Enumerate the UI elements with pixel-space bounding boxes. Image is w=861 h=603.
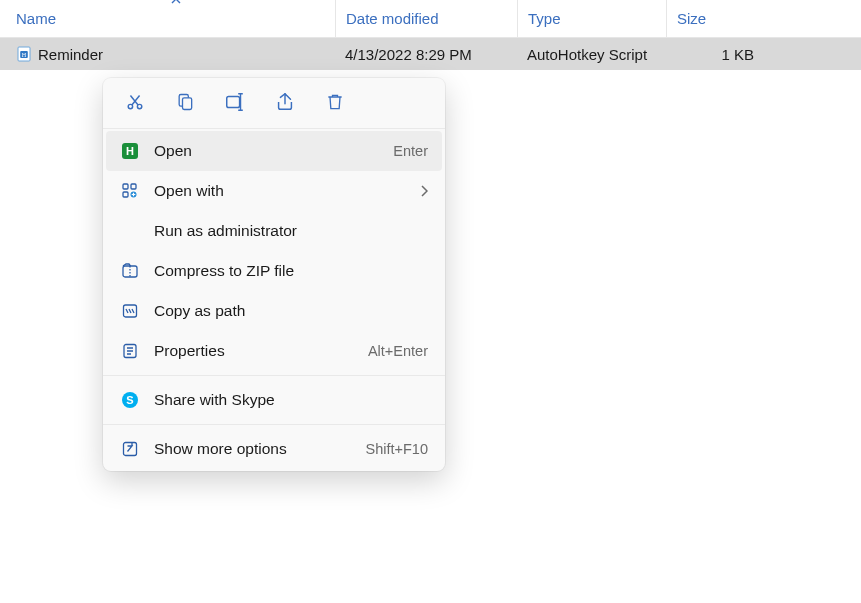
menu-item-copy-as-path[interactable]: Copy as path bbox=[106, 291, 442, 331]
menu-item-share-skype[interactable]: S Share with Skype bbox=[106, 380, 442, 420]
file-type: AutoHotkey Script bbox=[527, 46, 647, 63]
menu-item-compress-zip[interactable]: Compress to ZIP file bbox=[106, 251, 442, 291]
svg-rect-10 bbox=[123, 184, 128, 189]
file-type-icon: H bbox=[16, 46, 32, 62]
svg-text:H: H bbox=[22, 51, 27, 58]
menu-separator bbox=[103, 424, 445, 425]
context-menu: H Open Enter Open with bbox=[103, 78, 445, 471]
skype-icon: S bbox=[120, 390, 140, 410]
svg-rect-7 bbox=[227, 97, 240, 108]
more-icon bbox=[120, 439, 140, 459]
column-header-name[interactable]: Name bbox=[16, 0, 335, 37]
menu-label: Copy as path bbox=[154, 302, 428, 320]
cut-button[interactable] bbox=[121, 88, 149, 116]
cut-icon bbox=[124, 91, 146, 113]
menu-label: Open with bbox=[154, 182, 406, 200]
svg-rect-11 bbox=[131, 184, 136, 189]
menu-label: Properties bbox=[154, 342, 354, 360]
sort-ascending-icon bbox=[171, 0, 181, 4]
column-headers: Name Date modified Type Size bbox=[0, 0, 861, 38]
file-row[interactable]: H Reminder 4/13/2022 8:29 PM AutoHotkey … bbox=[0, 38, 861, 70]
menu-label: Compress to ZIP file bbox=[154, 262, 428, 280]
rename-button[interactable] bbox=[221, 88, 249, 116]
rename-icon bbox=[224, 91, 246, 113]
column-label: Name bbox=[16, 10, 56, 27]
copy-icon bbox=[175, 91, 195, 113]
menu-label: Run as administrator bbox=[154, 222, 428, 240]
svg-rect-12 bbox=[123, 192, 128, 197]
menu-item-open-with[interactable]: Open with bbox=[106, 171, 442, 211]
properties-icon bbox=[120, 341, 140, 361]
svg-rect-6 bbox=[183, 98, 192, 110]
blank-icon bbox=[120, 221, 140, 241]
context-menu-items: H Open Enter Open with bbox=[103, 129, 445, 471]
menu-item-run-as-admin[interactable]: Run as administrator bbox=[106, 211, 442, 251]
menu-item-show-more[interactable]: Show more options Shift+F10 bbox=[106, 429, 442, 469]
menu-item-properties[interactable]: Properties Alt+Enter bbox=[106, 331, 442, 371]
column-header-type[interactable]: Type bbox=[517, 0, 666, 37]
column-header-date[interactable]: Date modified bbox=[335, 0, 517, 37]
share-icon bbox=[274, 91, 296, 113]
file-date: 4/13/2022 8:29 PM bbox=[345, 46, 472, 63]
column-label: Size bbox=[677, 10, 706, 27]
svg-text:S: S bbox=[126, 394, 133, 406]
column-header-size[interactable]: Size bbox=[666, 0, 766, 37]
svg-text:H: H bbox=[126, 145, 134, 157]
column-label: Type bbox=[528, 10, 561, 27]
share-button[interactable] bbox=[271, 88, 299, 116]
delete-icon bbox=[325, 91, 345, 113]
file-name: Reminder bbox=[38, 46, 103, 63]
column-label: Date modified bbox=[346, 10, 439, 27]
ahk-open-icon: H bbox=[120, 141, 140, 161]
menu-label: Show more options bbox=[154, 440, 352, 458]
file-size: 1 KB bbox=[721, 46, 754, 63]
menu-item-open[interactable]: H Open Enter bbox=[106, 131, 442, 171]
menu-label: Share with Skype bbox=[154, 391, 428, 409]
chevron-right-icon bbox=[420, 185, 428, 197]
svg-point-4 bbox=[137, 104, 141, 108]
menu-label: Open bbox=[154, 142, 379, 160]
context-menu-toolbar bbox=[103, 78, 445, 129]
open-with-icon bbox=[120, 181, 140, 201]
menu-shortcut: Shift+F10 bbox=[366, 441, 428, 457]
menu-shortcut: Enter bbox=[393, 143, 428, 159]
copy-path-icon bbox=[120, 301, 140, 321]
delete-button[interactable] bbox=[321, 88, 349, 116]
copy-button[interactable] bbox=[171, 88, 199, 116]
zip-icon bbox=[120, 261, 140, 281]
svg-point-3 bbox=[128, 104, 132, 108]
menu-separator bbox=[103, 375, 445, 376]
menu-shortcut: Alt+Enter bbox=[368, 343, 428, 359]
